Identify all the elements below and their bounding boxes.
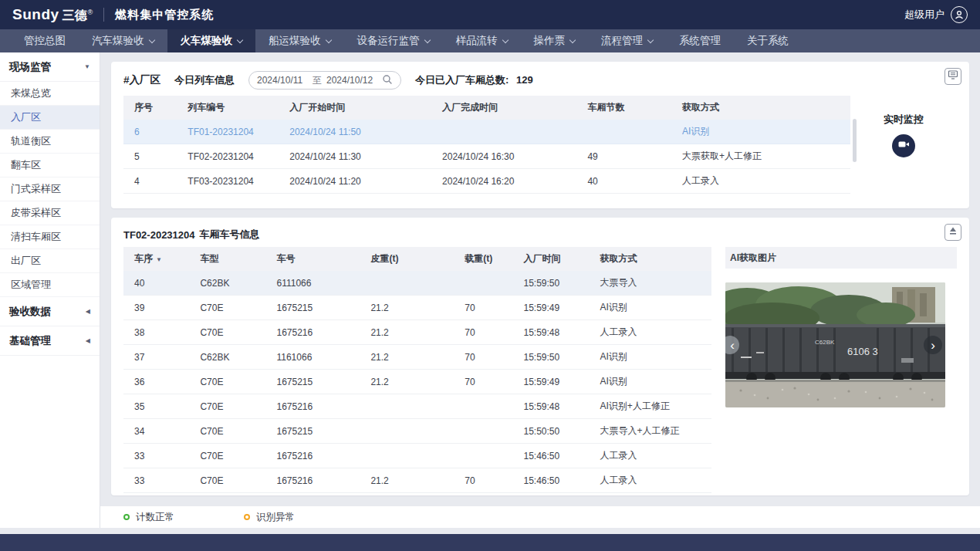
cell-load xyxy=(458,444,517,468)
wagon-table-row[interactable]: 40 C62BK 6111066 15:59:50 大票导入 xyxy=(123,271,711,296)
cell-wagon-model: C70E xyxy=(194,394,270,419)
sidebar-section-basic-management[interactable]: 基础管理 ◀ xyxy=(0,326,100,356)
status-legend: 计数正常 识别异常 xyxy=(100,506,980,528)
wagon-table: 车序▼ 车型 车号 皮重(t) 载重(t) 入厂时间 获取方式 xyxy=(123,247,711,493)
cell-wagon-method: 人工录入 xyxy=(594,320,711,345)
cell-tare: 21.2 xyxy=(364,296,458,320)
sidebar-item[interactable]: 清扫车厢区 xyxy=(0,225,100,249)
sidebar-section-acceptance-data[interactable]: 验收数据 ◀ xyxy=(0,297,100,326)
sidebar: 现场监管 ▼ 来煤总览 入厂区 轨道衡区 翻车区 xyxy=(0,52,100,528)
user-menu[interactable]: 超级用户 xyxy=(904,6,968,23)
wagon-table-row[interactable]: 39 C70E 1675215 21.2 70 15:59:49 AI识别 xyxy=(123,296,711,320)
cell-load: 70 xyxy=(458,345,517,370)
sidebar-section-site-monitoring[interactable]: 现场监管 ▼ xyxy=(0,52,100,82)
sidebar-item-label: 翻车区 xyxy=(11,158,41,172)
col-wagon-count: 车厢节数 xyxy=(581,96,675,120)
cell-wagon-count: 49 xyxy=(581,144,675,169)
date-to-value[interactable]: 2024/10/12 xyxy=(326,75,377,86)
cell-entry-time: 15:59:48 xyxy=(517,394,593,419)
nav-item[interactable]: 样品流转 xyxy=(443,29,521,52)
registered-mark: ® xyxy=(88,8,93,16)
cell-entry-end: 2024/10/24 16:30 xyxy=(436,144,581,169)
nav-item[interactable]: 管控总图 xyxy=(11,29,79,52)
panel-display-button[interactable] xyxy=(945,68,961,85)
sort-filter-icon[interactable]: ▼ xyxy=(156,256,162,263)
train-table-row[interactable]: 6 TF01-20231204 2024/10/24 11:50 AI识别 xyxy=(123,120,850,144)
nav-item[interactable]: 流程管理 xyxy=(588,29,666,52)
sidebar-item[interactable]: 入厂区 xyxy=(0,106,100,130)
date-from-value[interactable]: 2024/10/11 xyxy=(257,75,308,86)
train-panel-header: #入厂区 今日列车信息 2024/10/11 至 2024/10/12 今日已入… xyxy=(123,69,957,91)
chevron-down-icon xyxy=(502,36,508,42)
sidebar-item-label: 清扫车厢区 xyxy=(11,230,61,244)
cell-wagon-order: 38 xyxy=(123,320,194,345)
cell-wagon-order: 37 xyxy=(123,345,194,370)
today-trains-label: 今日列车信息 xyxy=(174,73,235,87)
col-wagon-order[interactable]: 车序▼ xyxy=(123,247,194,271)
cell-entry-end: 2024/10/24 16:20 xyxy=(436,169,581,194)
cell-wagon-model: C70E xyxy=(194,296,270,320)
realtime-monitor-column: 实时监控 xyxy=(850,96,957,194)
cell-wagon-method: 大票导入+人工修正 xyxy=(594,419,711,444)
train-info-panel: #入厂区 今日列车信息 2024/10/11 至 2024/10/12 今日已入… xyxy=(111,62,969,208)
table-scrollbar[interactable] xyxy=(853,119,857,162)
train-table-row[interactable]: 4 TF03-20231204 2024/10/24 11:20 2024/10… xyxy=(123,169,850,194)
sidebar-item[interactable]: 轨道衡区 xyxy=(0,130,100,154)
wagon-table-row[interactable]: 34 C70E 1675215 15:50:50 大票导入+人工修正 xyxy=(123,419,711,444)
carousel-next-button[interactable]: › xyxy=(924,336,942,354)
col-entry-start: 入厂开始时间 xyxy=(283,96,436,120)
cell-tare xyxy=(364,444,458,468)
footer-bar xyxy=(0,534,980,551)
sidebar-item[interactable]: 来煤总览 xyxy=(0,82,100,106)
sidebar-section-label: 基础管理 xyxy=(9,334,51,348)
legend-label: 计数正常 xyxy=(136,511,174,524)
nav-item[interactable]: 设备运行监管 xyxy=(344,29,443,52)
cell-tare xyxy=(364,394,458,419)
camera-button[interactable] xyxy=(892,134,915,157)
cell-load: 70 xyxy=(458,370,517,394)
search-icon[interactable] xyxy=(382,74,393,87)
sidebar-section-label: 现场监管 xyxy=(9,60,51,74)
content-area: #入厂区 今日列车信息 2024/10/11 至 2024/10/12 今日已入… xyxy=(100,52,980,528)
main-area: 现场监管 ▼ 来煤总览 入厂区 轨道衡区 翻车区 xyxy=(0,52,980,528)
today-total-label: 今日已入厂车厢总数: xyxy=(415,74,509,86)
wagon-table-row[interactable]: 33 C70E 1675216 21.2 70 15:46:50 人工录入 xyxy=(123,468,711,493)
user-avatar-icon[interactable] xyxy=(951,6,968,23)
chevron-down-icon xyxy=(237,36,243,42)
panel-collapse-button[interactable] xyxy=(945,224,961,241)
status-dot-icon xyxy=(244,514,250,520)
nav-item[interactable]: 关于系统 xyxy=(734,29,802,52)
nav-item[interactable]: 火车煤验收 xyxy=(167,29,256,52)
train-table-row[interactable]: 5 TF02-20231204 2024/10/24 11:30 2024/10… xyxy=(123,144,850,169)
wagon-table-row[interactable]: 38 C70E 1675216 21.2 70 15:59:48 人工录入 xyxy=(123,320,711,345)
brand-cn: 三德 xyxy=(63,8,87,24)
nav-item[interactable]: 操作票 xyxy=(521,29,589,52)
cell-wagon-count xyxy=(581,120,675,144)
wagon-title-suffix: 车厢车号信息 xyxy=(200,228,260,242)
app-root: Sundy 三德 ® 燃料集中管控系统 超级用户 管控总图 汽车煤验收 xyxy=(0,0,980,551)
date-range-picker[interactable]: 2024/10/11 至 2024/10/12 xyxy=(248,71,401,90)
wagon-table-row[interactable]: 37 C62BK 1161066 21.2 70 15:59:50 AI识别 xyxy=(123,345,711,370)
monitor-icon xyxy=(948,69,958,83)
date-range-separator: 至 xyxy=(313,74,322,87)
wagon-table-row[interactable]: 35 C70E 1675216 15:59:48 AI识别+人工修正 xyxy=(123,394,711,419)
wagon-table-row[interactable]: 33 C70E 1675216 15:46:50 人工录入 xyxy=(123,444,711,468)
sidebar-item[interactable]: 门式采样区 xyxy=(0,177,100,201)
nav-item[interactable]: 船运煤验收 xyxy=(255,29,344,52)
sidebar-item[interactable]: 区域管理 xyxy=(0,273,100,297)
area-title: #入厂区 xyxy=(123,73,161,87)
cell-wagon-no: 6111066 xyxy=(270,271,364,296)
cell-entry-start: 2024/10/24 11:20 xyxy=(283,169,436,194)
cell-wagon-count: 40 xyxy=(581,169,675,194)
sidebar-item[interactable]: 翻车区 xyxy=(0,154,100,177)
camera-icon xyxy=(897,138,910,154)
sidebar-item[interactable]: 出厂区 xyxy=(0,249,100,273)
wagon-table-row[interactable]: 36 C70E 1675215 21.2 70 15:59:49 AI识别 xyxy=(123,370,711,394)
sidebar-item-label: 门式采样区 xyxy=(11,182,61,196)
nav-item[interactable]: 汽车煤验收 xyxy=(79,29,167,52)
sidebar-item[interactable]: 皮带采样区 xyxy=(0,201,100,225)
nav-item[interactable]: 系统管理 xyxy=(666,29,734,52)
col-load: 载重(t) xyxy=(458,247,517,271)
col-wagon-no: 车号 xyxy=(270,247,364,271)
cell-wagon-model: C70E xyxy=(194,419,270,444)
